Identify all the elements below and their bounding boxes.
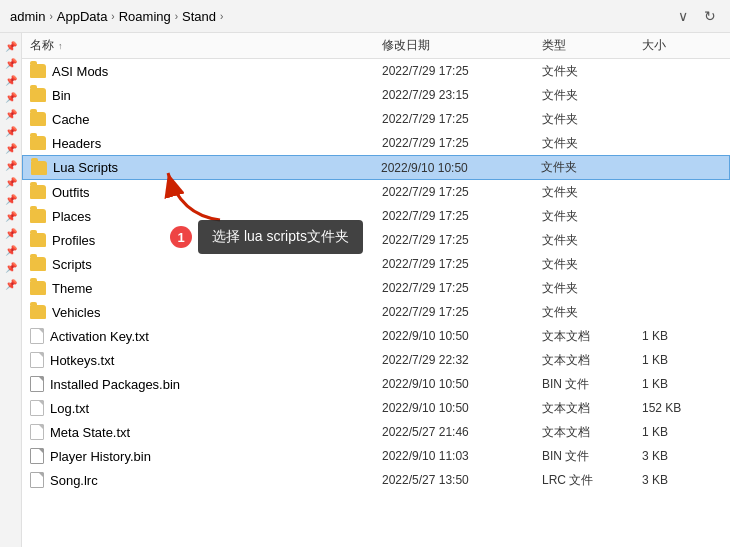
folder-name: Profiles bbox=[52, 233, 95, 248]
file-name: Log.txt bbox=[50, 401, 89, 416]
col-modified-label: 修改日期 bbox=[382, 37, 430, 54]
txt-icon bbox=[30, 328, 44, 344]
folder-name: Outfits bbox=[52, 185, 90, 200]
lrc-icon bbox=[30, 472, 44, 488]
txt-icon bbox=[30, 352, 44, 368]
pin-icon-5[interactable]: 📌 bbox=[5, 109, 17, 120]
pin-icon-11[interactable]: 📌 bbox=[5, 211, 17, 222]
file-type: 文本文档 bbox=[542, 328, 642, 345]
folder-row[interactable]: Lua Scripts 2022/9/10 10:50 文件夹 bbox=[22, 155, 730, 180]
file-name: Player History.bin bbox=[50, 449, 151, 464]
address-controls: ∨ ↻ bbox=[674, 6, 720, 26]
pin-icon-9[interactable]: 📌 bbox=[5, 177, 17, 188]
col-modified[interactable]: 修改日期 bbox=[382, 37, 542, 54]
file-date: 2022/5/27 13:50 bbox=[382, 473, 542, 487]
file-date: 2022/7/29 17:25 bbox=[382, 281, 542, 295]
file-row[interactable]: Player History.bin 2022/9/10 11:03 BIN 文… bbox=[22, 444, 730, 468]
breadcrumb: admin › AppData › Roaming › Stand › bbox=[10, 9, 223, 24]
folder-row[interactable]: Bin 2022/7/29 23:15 文件夹 bbox=[22, 83, 730, 107]
pin-icon-12[interactable]: 📌 bbox=[5, 228, 17, 239]
dropdown-button[interactable]: ∨ bbox=[674, 6, 692, 26]
pin-icon-2[interactable]: 📌 bbox=[5, 58, 17, 69]
file-name: Activation Key.txt bbox=[50, 329, 149, 344]
file-name: Installed Packages.bin bbox=[50, 377, 180, 392]
breadcrumb-admin[interactable]: admin bbox=[10, 9, 45, 24]
file-area: 名称 ↑ 修改日期 类型 大小 ASI Mods 2022/7/29 17:25… bbox=[22, 33, 730, 547]
file-name-cell: Log.txt bbox=[30, 400, 382, 416]
col-name[interactable]: 名称 ↑ bbox=[30, 37, 382, 54]
file-type: 文件夹 bbox=[542, 63, 642, 80]
file-name-cell: Headers bbox=[30, 136, 382, 151]
file-size: 1 KB bbox=[642, 425, 722, 439]
file-name-cell: Cache bbox=[30, 112, 382, 127]
file-row[interactable]: Meta State.txt 2022/5/27 21:46 文本文档 1 KB bbox=[22, 420, 730, 444]
pin-icon-4[interactable]: 📌 bbox=[5, 92, 17, 103]
breadcrumb-stand[interactable]: Stand bbox=[182, 9, 216, 24]
pin-icon-14[interactable]: 📌 bbox=[5, 262, 17, 273]
pin-icon-3[interactable]: 📌 bbox=[5, 75, 17, 86]
file-type: LRC 文件 bbox=[542, 472, 642, 489]
folder-name: ASI Mods bbox=[52, 64, 108, 79]
folder-icon bbox=[30, 233, 46, 247]
folder-row[interactable]: Scripts 2022/7/29 17:25 文件夹 bbox=[22, 252, 730, 276]
folder-icon bbox=[30, 64, 46, 78]
column-headers: 名称 ↑ 修改日期 类型 大小 bbox=[22, 33, 730, 59]
folder-icon bbox=[30, 88, 46, 102]
pin-icon-8[interactable]: 📌 bbox=[5, 160, 17, 171]
refresh-button[interactable]: ↻ bbox=[700, 6, 720, 26]
file-type: 文件夹 bbox=[542, 280, 642, 297]
folder-row[interactable]: Outfits 2022/7/29 17:25 文件夹 bbox=[22, 180, 730, 204]
folder-row[interactable]: Profiles 2022/7/29 17:25 文件夹 bbox=[22, 228, 730, 252]
file-date: 2022/7/29 17:25 bbox=[382, 64, 542, 78]
bin-icon bbox=[30, 376, 44, 392]
folder-icon bbox=[30, 305, 46, 319]
file-name-cell: Hotkeys.txt bbox=[30, 352, 382, 368]
breadcrumb-roaming[interactable]: Roaming bbox=[119, 9, 171, 24]
folder-row[interactable]: Cache 2022/7/29 17:25 文件夹 bbox=[22, 107, 730, 131]
file-name-cell: Lua Scripts bbox=[31, 160, 381, 175]
folder-row[interactable]: Places 2022/7/29 17:25 文件夹 bbox=[22, 204, 730, 228]
col-type[interactable]: 类型 bbox=[542, 37, 642, 54]
txt-icon bbox=[30, 424, 44, 440]
file-date: 2022/7/29 17:25 bbox=[382, 305, 542, 319]
file-date: 2022/9/10 10:50 bbox=[382, 329, 542, 343]
file-row[interactable]: Activation Key.txt 2022/9/10 10:50 文本文档 … bbox=[22, 324, 730, 348]
folder-row[interactable]: ASI Mods 2022/7/29 17:25 文件夹 bbox=[22, 59, 730, 83]
file-row[interactable]: Song.lrc 2022/5/27 13:50 LRC 文件 3 KB bbox=[22, 468, 730, 492]
file-date: 2022/7/29 17:25 bbox=[382, 257, 542, 271]
folder-icon bbox=[31, 161, 47, 175]
folder-row[interactable]: Theme 2022/7/29 17:25 文件夹 bbox=[22, 276, 730, 300]
folder-icon bbox=[30, 136, 46, 150]
breadcrumb-sep3: › bbox=[175, 11, 178, 22]
main-layout: 📌 📌 📌 📌 📌 📌 📌 📌 📌 📌 📌 📌 📌 📌 📌 名称 ↑ 修改日期 … bbox=[0, 33, 730, 547]
file-row[interactable]: Installed Packages.bin 2022/9/10 10:50 B… bbox=[22, 372, 730, 396]
breadcrumb-sep1: › bbox=[49, 11, 52, 22]
breadcrumb-sep4: › bbox=[220, 11, 223, 22]
pin-icon-13[interactable]: 📌 bbox=[5, 245, 17, 256]
folder-icon bbox=[30, 257, 46, 271]
folder-name: Bin bbox=[52, 88, 71, 103]
col-type-label: 类型 bbox=[542, 37, 566, 54]
pin-icon-6[interactable]: 📌 bbox=[5, 126, 17, 137]
pin-icon-10[interactable]: 📌 bbox=[5, 194, 17, 205]
file-type: 文本文档 bbox=[542, 424, 642, 441]
breadcrumb-appdata[interactable]: AppData bbox=[57, 9, 108, 24]
file-name: Song.lrc bbox=[50, 473, 98, 488]
file-date: 2022/7/29 17:25 bbox=[382, 209, 542, 223]
folder-row[interactable]: Headers 2022/7/29 17:25 文件夹 bbox=[22, 131, 730, 155]
pin-icon-1[interactable]: 📌 bbox=[5, 41, 17, 52]
file-type: 文件夹 bbox=[542, 111, 642, 128]
sort-arrow: ↑ bbox=[58, 41, 63, 51]
file-row[interactable]: Hotkeys.txt 2022/7/29 22:32 文本文档 1 KB bbox=[22, 348, 730, 372]
file-size: 3 KB bbox=[642, 473, 722, 487]
pin-icon-7[interactable]: 📌 bbox=[5, 143, 17, 154]
col-size[interactable]: 大小 bbox=[642, 37, 722, 54]
file-size: 1 KB bbox=[642, 329, 722, 343]
breadcrumb-sep2: › bbox=[111, 11, 114, 22]
folder-row[interactable]: Vehicles 2022/7/29 17:25 文件夹 bbox=[22, 300, 730, 324]
file-name-cell: Theme bbox=[30, 281, 382, 296]
bin-icon bbox=[30, 448, 44, 464]
col-size-label: 大小 bbox=[642, 37, 666, 54]
pin-icon-15[interactable]: 📌 bbox=[5, 279, 17, 290]
file-row[interactable]: Log.txt 2022/9/10 10:50 文本文档 152 KB bbox=[22, 396, 730, 420]
